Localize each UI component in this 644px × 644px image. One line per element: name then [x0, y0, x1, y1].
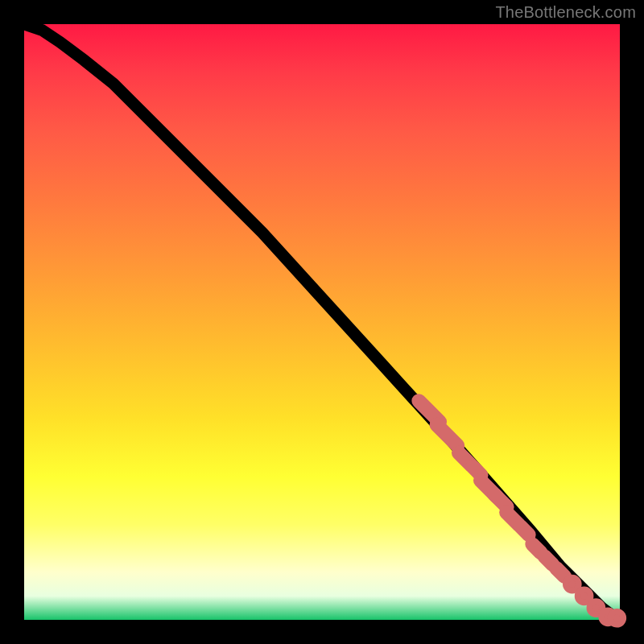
chart-overlay [24, 24, 620, 620]
chart-frame: TheBottleneck.com [0, 0, 644, 644]
data-marker-pill [494, 494, 507, 507]
data-marker-dot [577, 589, 590, 602]
data-marker-pill [520, 526, 528, 535]
watermark-text: TheBottleneck.com [495, 3, 636, 22]
data-marker-pill [556, 568, 564, 576]
data-marker-dot [610, 612, 623, 625]
data-marker-dot [566, 577, 579, 590]
data-marker-pill [436, 425, 457, 446]
